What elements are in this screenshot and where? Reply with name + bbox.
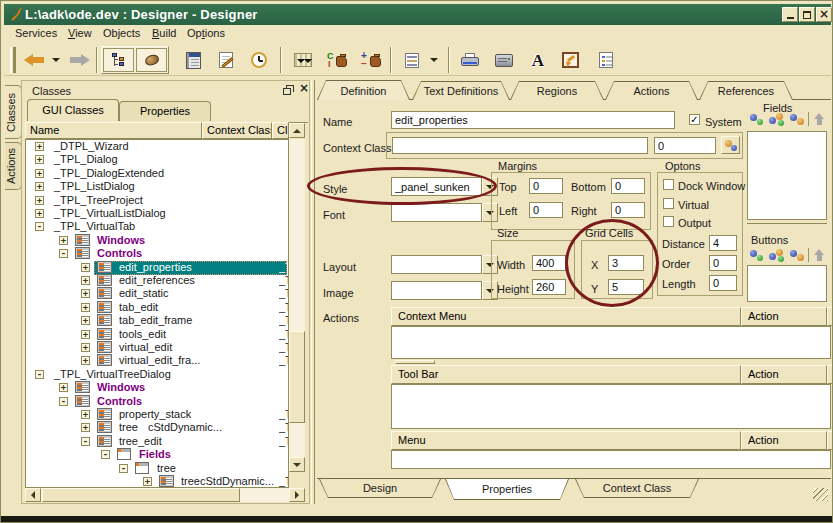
tree-row[interactable]: +edit_references_T — [26, 274, 288, 288]
context-menu-action-column[interactable]: Action — [741, 307, 827, 326]
object-view-button[interactable] — [136, 48, 167, 72]
back-button[interactable] — [20, 47, 50, 73]
column-header-name[interactable]: Name — [25, 122, 202, 139]
font-button[interactable]: A — [524, 47, 552, 73]
height-input[interactable] — [532, 279, 566, 295]
import-grid-button[interactable] — [288, 47, 318, 73]
tab-actions[interactable]: Actions — [605, 81, 698, 100]
device-button[interactable] — [490, 47, 518, 73]
style-combo-input[interactable] — [391, 177, 482, 196]
tree-scroll-up[interactable] — [289, 123, 305, 138]
length-input[interactable] — [709, 275, 737, 291]
edit-source-button[interactable] — [212, 47, 240, 73]
tree-expander[interactable]: + — [35, 182, 44, 191]
tree-row[interactable]: +property_stack_T — [26, 408, 288, 422]
tree-vscroll-thumb[interactable] — [289, 331, 305, 423]
tree-expander[interactable]: + — [59, 383, 68, 392]
margin-top-input[interactable] — [529, 178, 563, 194]
tree-expander[interactable]: + — [35, 209, 44, 218]
tab-gui-classes[interactable]: GUI Classes — [27, 99, 119, 121]
tree-hscroll-thumb[interactable] — [42, 488, 240, 502]
panel-splitter[interactable] — [314, 80, 315, 504]
tree-row[interactable]: +Windows — [26, 381, 288, 395]
field-edit-icon[interactable] — [769, 112, 786, 127]
tree-expander[interactable]: + — [81, 356, 90, 365]
context-class-input[interactable] — [392, 137, 648, 154]
font-combo-input[interactable] — [391, 203, 482, 222]
tree-expander[interactable]: + — [81, 303, 90, 312]
dock-tab-actions[interactable]: Actions — [5, 142, 22, 190]
image-button[interactable] — [556, 47, 584, 73]
layout-combo-input[interactable] — [391, 255, 482, 274]
class-info-button[interactable]: C I — [322, 47, 352, 73]
fields-buttons-splitter[interactable] — [747, 223, 827, 224]
tree-expander[interactable]: + — [35, 142, 44, 151]
tree-expander[interactable]: - — [101, 450, 110, 459]
tree-expander[interactable]: - — [59, 397, 68, 406]
tree-row[interactable]: +virtual_edit_fra..._T — [26, 354, 288, 368]
buttons-list[interactable] — [747, 265, 827, 302]
menu-table-body[interactable] — [391, 450, 831, 469]
tree-expander[interactable]: + — [59, 236, 68, 245]
tree-expander[interactable]: - — [35, 370, 44, 379]
tree-row[interactable]: +_TPL_VirtualListDialog — [26, 207, 288, 221]
forward-button[interactable] — [64, 47, 94, 73]
tab-context-class[interactable]: Context Class — [575, 479, 699, 498]
tree-expander[interactable]: - — [119, 464, 128, 473]
close-button[interactable]: × — [816, 7, 832, 22]
menu-build[interactable]: Build — [152, 27, 176, 39]
tree-row[interactable]: -tree — [26, 462, 288, 476]
tab-design[interactable]: Design — [319, 479, 441, 498]
distance-input[interactable] — [709, 235, 737, 251]
tool-bar-column[interactable]: Tool Bar — [391, 365, 741, 384]
tree-expander[interactable]: + — [81, 330, 90, 339]
virtual-checkbox[interactable] — [663, 198, 674, 209]
tree-expander[interactable]: - — [35, 222, 44, 231]
history-button[interactable] — [245, 47, 273, 73]
form-dropdown[interactable] — [428, 47, 440, 73]
field-add-icon[interactable] — [749, 112, 766, 127]
dock-tab-classes[interactable]: Classes — [5, 85, 22, 139]
tree-view-button[interactable] — [103, 48, 134, 72]
image-combo-input[interactable] — [391, 281, 482, 300]
grid-y-input[interactable] — [608, 279, 644, 295]
tree-scroll-down[interactable] — [289, 457, 305, 472]
tree-expander[interactable]: + — [81, 289, 90, 298]
tab-properties-bottom[interactable]: Properties — [445, 479, 569, 500]
float-panel-icon[interactable] — [283, 85, 295, 96]
tree-row[interactable]: +treecStdDynamic..._T — [26, 475, 288, 488]
margin-right-input[interactable] — [611, 202, 645, 218]
column-header-context-class[interactable]: Context Class — [202, 122, 272, 139]
tree-row[interactable]: -Fields — [26, 448, 288, 462]
tool-bar-action-column[interactable]: Action — [741, 365, 827, 384]
tree-row[interactable]: -Controls — [26, 247, 288, 261]
output-checkbox[interactable] — [663, 216, 674, 227]
tree-scroll-right[interactable] — [289, 488, 305, 502]
tree-row[interactable]: +edit_properties_T — [26, 261, 288, 275]
tree-expander[interactable]: - — [59, 249, 68, 258]
menu-column[interactable]: Menu — [391, 431, 741, 450]
fields-list[interactable] — [747, 131, 827, 220]
tab-properties-left[interactable]: Properties — [119, 101, 211, 121]
tree-scroll-left[interactable] — [25, 488, 41, 502]
tree-row[interactable]: +_TPL_TreeProject — [26, 194, 288, 208]
tree-expander[interactable]: + — [35, 155, 44, 164]
order-input[interactable] — [709, 255, 737, 271]
tree-expander[interactable]: + — [81, 316, 90, 325]
close-panel-icon[interactable]: × — [298, 82, 310, 95]
tree-row[interactable]: +tab_edit_frame_T — [26, 314, 288, 328]
tree-expander[interactable]: + — [81, 343, 90, 352]
tree-row[interactable]: -tree_edit_T — [26, 435, 288, 449]
tree-expander[interactable]: + — [81, 410, 90, 419]
system-checkbox[interactable]: ✓ — [689, 114, 700, 125]
tree-row[interactable]: +virtual_edit_T — [26, 341, 288, 355]
tree-expander[interactable]: + — [35, 169, 44, 178]
tree-expander[interactable]: + — [143, 477, 152, 486]
tool-bar-table-body[interactable] — [391, 384, 831, 429]
margin-left-input[interactable] — [529, 202, 563, 218]
maximize-button[interactable] — [799, 7, 815, 22]
tree-row[interactable]: +treecStdDynamic..._T — [26, 421, 288, 435]
column-header-class[interactable]: Cl — [272, 122, 289, 139]
context-menu-table-body[interactable] — [391, 326, 831, 359]
context-class-id-input[interactable] — [654, 137, 716, 154]
